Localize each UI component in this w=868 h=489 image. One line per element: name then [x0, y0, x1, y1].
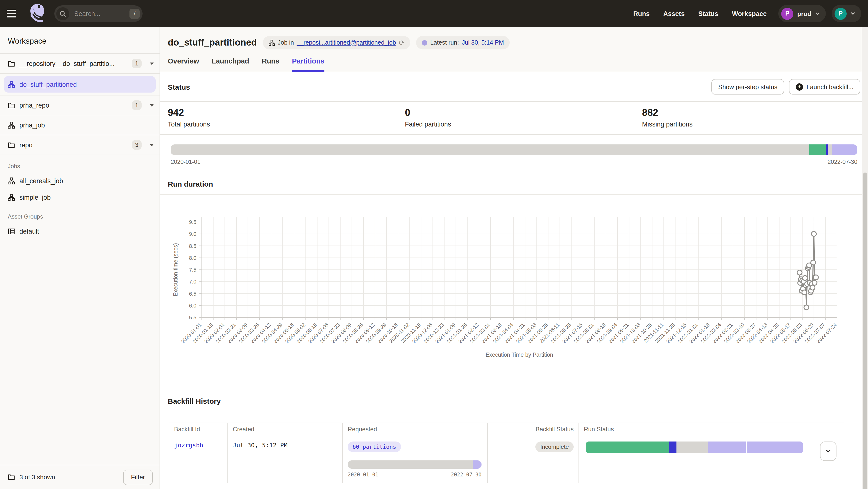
- sidebar-title: Workspace: [0, 27, 159, 53]
- run-status-bar[interactable]: [586, 442, 803, 453]
- caret-down-icon[interactable]: [150, 104, 154, 106]
- chevron-down-icon: [850, 11, 856, 16]
- repo-address-link[interactable]: __reposi...artitioned@partitioned_job: [297, 39, 396, 46]
- deployment-name: prod: [797, 10, 811, 17]
- tab-launchpad[interactable]: Launchpad: [212, 57, 249, 72]
- filter-button[interactable]: Filter: [123, 469, 153, 485]
- latest-run-link[interactable]: Jul 30, 5:14 PM: [462, 39, 504, 46]
- tab-runs[interactable]: Runs: [262, 57, 280, 72]
- show-per-step-status-button[interactable]: Show per-step status: [711, 79, 784, 95]
- main-content: do_stuff_partitioned Job in __reposi...a…: [160, 27, 868, 489]
- page-title: do_stuff_partitioned: [168, 37, 257, 48]
- top-nav-links: Runs Assets Status Workspace: [633, 10, 767, 17]
- run-status-dot: [422, 40, 428, 45]
- backfill-history-heading: Backfill History: [168, 397, 860, 405]
- asset-group-icon: [8, 228, 15, 235]
- stat-missing-partitions: 882 Missing partitions: [631, 102, 868, 134]
- stat-total-partitions: 942 Total partitions: [160, 102, 394, 134]
- sidebar-item-all-cereals-job[interactable]: all_cereals_job: [0, 172, 159, 189]
- requested-range-end: 2022-07-30: [451, 471, 482, 477]
- execution-time-chart[interactable]: 9.59.08.58.07.57.06.56.05.52020-01-01202…: [160, 199, 861, 360]
- jobs-section-label: Jobs: [0, 155, 159, 172]
- nav-status[interactable]: Status: [698, 10, 718, 17]
- sidebar-item-prha-repo[interactable]: prha_repo 1: [0, 95, 159, 115]
- deployment-avatar: P: [781, 7, 793, 20]
- backfill-status-badge: Incomplete: [535, 442, 574, 452]
- nav-runs[interactable]: Runs: [633, 10, 650, 17]
- col-backfill-id: Backfill Id: [169, 423, 228, 436]
- partition-status-bar-block: 2020-01-01 2022-07-30: [171, 144, 857, 165]
- job-icon: [8, 177, 15, 185]
- tab-partitions[interactable]: Partitions: [292, 57, 324, 72]
- run-duration-heading: Run duration: [168, 180, 860, 188]
- sidebar-item-asset-group-default[interactable]: default: [0, 223, 159, 239]
- requested-partitions-pill[interactable]: 60 partitions: [348, 442, 401, 452]
- col-backfill-status: Backfill Status: [488, 423, 579, 436]
- search-shortcut-key: /: [129, 8, 140, 19]
- svg-text:8.5: 8.5: [189, 243, 196, 249]
- global-search[interactable]: /: [54, 5, 143, 22]
- caret-down-icon[interactable]: [150, 62, 154, 65]
- partition-status-bar[interactable]: [171, 144, 857, 155]
- deployment-switcher[interactable]: P prod: [778, 5, 826, 22]
- run-duration-chart-block: 9.59.08.58.07.57.06.56.05.52020-01-01202…: [160, 199, 868, 361]
- launch-backfill-button[interactable]: + Launch backfill...: [789, 79, 860, 95]
- dagster-logo-icon[interactable]: [27, 2, 48, 25]
- backfill-id-link[interactable]: jozrgsbh: [174, 442, 203, 449]
- expand-row-button[interactable]: [820, 442, 836, 461]
- nav-workspace[interactable]: Workspace: [732, 10, 767, 17]
- col-requested: Requested: [343, 423, 488, 436]
- partition-stats: 942 Total partitions 0 Failed partitions…: [160, 101, 868, 135]
- sidebar-item-simple-job[interactable]: simple_job: [0, 189, 159, 205]
- folder-icon: [8, 101, 15, 109]
- sidebar-item-repo[interactable]: repo 3: [0, 135, 159, 155]
- job-tabs: Overview Launchpad Runs Partitions: [160, 57, 868, 72]
- latest-run-badge: Latest run: Jul 30, 5:14 PM: [416, 36, 510, 50]
- user-avatar: P: [835, 7, 847, 20]
- backfill-created: Jul 30, 5:12 PM: [233, 442, 287, 449]
- chevron-down-icon: [815, 11, 820, 16]
- page-header: do_stuff_partitioned Job in __reposi...a…: [160, 27, 868, 72]
- asset-groups-section-label: Asset Groups: [0, 205, 159, 223]
- svg-text:Execution Time by Partition: Execution Time by Partition: [486, 352, 553, 358]
- search-input[interactable]: [73, 9, 129, 18]
- workspace-sidebar: Workspace __repository__do_stuff_partiti…: [0, 27, 160, 489]
- partition-range-end: 2022-07-30: [828, 159, 857, 165]
- search-icon: [56, 7, 69, 20]
- job-icon: [8, 81, 15, 88]
- top-nav-bar: / Runs Assets Status Workspace P prod P: [0, 0, 868, 27]
- reload-icon[interactable]: ⟳: [399, 39, 404, 46]
- repo-count-badge: 3: [132, 140, 142, 150]
- sidebar-item-do-stuff-partitioned[interactable]: do_stuff_partitioned: [4, 76, 156, 93]
- svg-text:7.0: 7.0: [189, 279, 196, 285]
- status-section-header: Status Show per-step status + Launch bac…: [160, 72, 868, 101]
- status-heading: Status: [168, 83, 190, 91]
- repos-shown-count: 3 of 3 shown: [20, 474, 119, 481]
- hamburger-menu-icon[interactable]: [7, 6, 21, 21]
- caret-down-icon[interactable]: [150, 144, 154, 146]
- job-icon: [269, 39, 275, 46]
- svg-text:9.0: 9.0: [189, 231, 196, 237]
- sidebar-item-repository-do-stuff[interactable]: __repository__do_stuff_partitio... 1: [0, 54, 159, 73]
- job-icon: [8, 121, 15, 129]
- partition-range-start: 2020-01-01: [171, 159, 200, 165]
- svg-text:7.5: 7.5: [189, 267, 196, 273]
- nav-assets[interactable]: Assets: [663, 10, 685, 17]
- vertical-scrollbar[interactable]: [862, 27, 868, 489]
- tab-overview[interactable]: Overview: [168, 57, 199, 72]
- table-header-row: Backfill Id Created Requested Backfill S…: [169, 423, 844, 436]
- latest-run-label: Latest run:: [430, 39, 459, 46]
- job-in-label: Job in: [278, 39, 294, 46]
- folder-icon: [8, 474, 15, 481]
- scrollbar-thumb[interactable]: [863, 172, 867, 489]
- sidebar-item-prha-job[interactable]: prha_job: [0, 115, 159, 135]
- requested-range-bar: [348, 460, 482, 469]
- repo-count-badge: 1: [132, 100, 142, 110]
- job-icon: [8, 194, 15, 201]
- stat-failed-partitions: 0 Failed partitions: [394, 102, 631, 134]
- svg-text:6.5: 6.5: [189, 291, 196, 297]
- plus-circle-icon: +: [796, 83, 803, 90]
- user-menu[interactable]: P: [832, 5, 861, 22]
- folder-icon: [8, 141, 15, 149]
- svg-text:8.0: 8.0: [189, 255, 196, 261]
